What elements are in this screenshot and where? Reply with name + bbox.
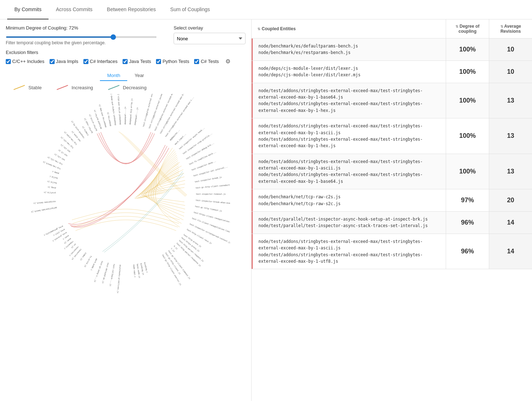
svg-text:asynchooks-primitives.js: asynchooks-primitives.js (116, 265, 121, 293)
svg-text:test-callback-...js: test-callback-...js (109, 264, 115, 286)
legend-stable: Stable (13, 84, 42, 91)
svg-line-2 (108, 85, 119, 90)
table-row: node/test/addons/stringbytes-external-ex… (252, 83, 532, 119)
svg-text:deepequal-...js: deepequal-...js (134, 107, 139, 125)
coupling-slider[interactable] (6, 36, 157, 38)
sort-icon-degree: ⇅ (455, 24, 458, 28)
cell-avg: 13 (489, 118, 532, 154)
sort-icon-avg: ⇅ (500, 24, 503, 28)
svg-text:test-inspector-break.js: test-inspector-break.js (194, 176, 222, 183)
cell-degree: 96% (446, 212, 489, 234)
svg-text:deepequal-big-array.js: deepequal-big-array.js (129, 98, 133, 125)
th-entities[interactable]: ⇅ Coupled Entities (252, 22, 446, 36)
svg-line-1 (57, 85, 68, 90)
cell-degree: 100% (446, 83, 489, 118)
cell-degree: 100% (446, 39, 489, 60)
svg-text:profile.js: profile.js (43, 191, 55, 194)
cell-degree: 97% (446, 189, 489, 211)
svg-text:defaultparams-bench.js: defaultparams-bench.js (31, 206, 57, 213)
svg-text:test-inspector-timeout.js: test-inspector-timeout.js (196, 193, 226, 195)
cell-degree: 96% (446, 234, 489, 269)
th-degree[interactable]: ⇅ Degree of coupling (446, 19, 489, 38)
select-overlay-label: Select overlay (174, 25, 246, 31)
table-row: node/benchmark/net/tcp-raw-c2s.js node/b… (252, 189, 532, 212)
svg-text:build.c: build.c (49, 175, 58, 179)
cell-entities: node/deps/cjs-module-lexer/dist/lexer.js… (252, 61, 446, 83)
svg-text:base.node.js: base.node.js (136, 264, 141, 278)
cell-entities: node/benchmark/net/tcp-raw-c2s.js node/b… (252, 189, 446, 211)
month-toggle[interactable]: Month (100, 71, 127, 81)
year-toggle[interactable]: Year (127, 71, 151, 81)
checkbox-java-impls[interactable]: Java Impls (50, 59, 78, 64)
cell-avg: 13 (489, 83, 532, 118)
checkbox-csharp-interfaces[interactable]: C# Interfaces (83, 59, 118, 64)
gear-icon[interactable]: ⚙ (225, 58, 230, 65)
table-row: node/benchmark/es/defaultparams-bench.js… (252, 39, 532, 61)
checkbox-cpp[interactable]: C/C++ Includes (6, 59, 45, 64)
svg-text:deepequal-simple-and-deep.js: deepequal-simple-and-deep.js (110, 94, 117, 126)
table-row: node/test/addons/stringbytes-external-ex… (252, 154, 532, 190)
table-row: node/deps/cjs-module-lexer/dist/lexer.js… (252, 61, 532, 83)
svg-text:diag.js: diag.js (47, 186, 56, 189)
cell-degree: 100% (446, 154, 489, 189)
tab-sum-couplings[interactable]: Sum of Couplings (163, 0, 217, 19)
legend-increasing: Increasing (56, 84, 93, 91)
cell-degree: 100% (446, 118, 489, 154)
svg-text:test-gc-http-client-connaborte: test-gc-http-client-connaborted.js (195, 183, 230, 189)
svg-text:node-napi.c: node-napi.c (132, 264, 136, 277)
table-row: node/test/addons/stringbytes-external-ex… (252, 118, 532, 154)
cell-entities: node/test/addons/stringbytes-external-ex… (252, 83, 446, 118)
svg-text:test-delayed-gc.js: test-delayed-gc.js (101, 262, 109, 284)
left-panel: Minimum Degree of Coupling: 72% Filter t… (0, 19, 252, 401)
th-avg[interactable]: ⇅ Average Revisions (489, 19, 532, 38)
svg-text:mark-pump.c: mark-pump.c (90, 258, 98, 271)
cell-entities: node/test/addons/stringbytes-external-ex… (252, 234, 446, 269)
cell-avg: 10 (489, 61, 532, 83)
min-coupling-label: Minimum Degree of Coupling: 72% (6, 25, 157, 31)
checkbox-python-tests[interactable]: Python Tests (156, 59, 189, 64)
chord-diagram[interactable]: test-stringbytes-external-exceed-max-b..… (6, 94, 246, 295)
table-row: node/test/parallel/test-inspector-async-… (252, 212, 532, 234)
cell-avg: 20 (489, 189, 532, 211)
cell-entities: node/test/addons/stringbytes-external-ex… (252, 154, 446, 189)
table-header: ⇅ Coupled Entities ⇅ Degree of coupling … (252, 19, 532, 39)
svg-text:deepequal-prims-and-objs.js: deepequal-prims-and-objs.js (117, 94, 121, 125)
svg-text:fs-write.js: fs-write.js (83, 255, 92, 268)
svg-text:build.js: build.js (47, 180, 56, 184)
legend-decreasing: Decreasing (107, 84, 147, 91)
svg-text:pump.c: pump.c (52, 170, 59, 175)
right-panel: ⇅ Coupled Entities ⇅ Degree of coupling … (252, 19, 532, 401)
svg-text:restparams-bench.js: restparams-bench.js (33, 200, 56, 204)
svg-text:deepequal-...js: deepequal-...js (124, 107, 127, 125)
cell-avg: 14 (489, 212, 532, 234)
tabs-bar: By Commits Across Commits Between Reposi… (0, 0, 532, 19)
cell-entities: node/benchmark/es/defaultparams-bench.js… (252, 39, 446, 60)
svg-line-0 (14, 85, 25, 90)
slider-hint: Filter temporal coupling below the given… (6, 40, 157, 45)
table-row: node/test/addons/stringbytes-external-ex… (252, 234, 532, 270)
tab-across-commits[interactable]: Across Commits (49, 0, 100, 19)
svg-text:index.js: index.js (79, 252, 87, 261)
tab-by-commits[interactable]: By Commits (7, 0, 49, 19)
checkbox-java-tests[interactable]: Java Tests (123, 59, 151, 64)
svg-text:test-inspector-break-when-eval: test-inspector-break-when-eval.js (196, 199, 230, 205)
svg-text:deeparray.js: deeparray.js (106, 112, 112, 126)
checkbox-csharp-tests[interactable]: C# Tests (194, 59, 219, 64)
svg-text:test-https-client-renegotiatio: test-https-client-renegotiation-limit.js (193, 211, 230, 226)
cell-avg: 14 (489, 234, 532, 269)
svg-text:test-http-parser.request.js: test-http-parser.request.js (178, 239, 204, 262)
cell-avg: 13 (489, 154, 532, 189)
cell-entities: node/test/addons/stringbytes-external-ex… (252, 118, 446, 154)
svg-text:test-gc-http-timeout.js: test-gc-http-timeout.js (194, 205, 222, 212)
overlay-select[interactable]: None Authors Files (174, 33, 246, 44)
sort-icon-entities: ⇅ (257, 27, 260, 31)
tab-between-repos[interactable]: Between Repositories (100, 0, 163, 19)
cell-entities: node/test/parallel/test-inspector-async-… (252, 212, 446, 234)
cell-avg: 10 (489, 39, 532, 60)
cell-degree: 100% (446, 61, 489, 83)
exclusion-label: Exclusion filters (6, 50, 246, 55)
svg-text:test-inspector-debug-brk...: test-inspector-debug-brk... (185, 142, 215, 160)
